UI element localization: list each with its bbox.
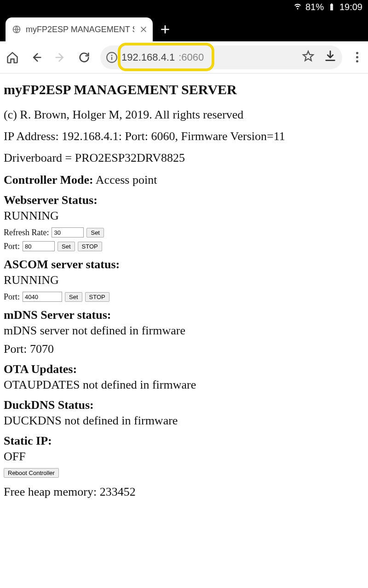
android-status-bar: 81% 19:09 (0, 0, 368, 14)
refresh-rate-set-button[interactable]: Set (86, 228, 104, 237)
svg-point-3 (111, 55, 113, 56)
clock-time: 19:09 (339, 2, 362, 12)
webserver-stop-button[interactable]: STOP (78, 242, 102, 251)
webserver-status-value: RUNNING (4, 209, 364, 223)
webserver-port-set-button[interactable]: Set (58, 242, 75, 251)
battery-icon (328, 3, 336, 11)
ascom-status-label: ASCOM server status: (4, 258, 120, 271)
home-button[interactable] (5, 50, 20, 65)
driverboard-line: Driverboard = PRO2ESP32DRV8825 (4, 149, 364, 167)
webserver-port-label: Port: (4, 242, 20, 251)
reload-button[interactable] (76, 50, 92, 65)
mdns-status-value: mDNS server not defined in firmware (4, 324, 364, 338)
bookmark-star-icon[interactable] (302, 50, 315, 65)
ascom-stop-button[interactable]: STOP (85, 292, 109, 302)
webserver-status-label: Webserver Status: (4, 193, 98, 207)
reboot-controller-button[interactable]: Reboot Controller (4, 468, 59, 478)
wifi-icon (293, 2, 302, 12)
svg-rect-0 (331, 6, 332, 10)
copyright-line: (c) R. Brown, Holger M, 2019. All rights… (4, 106, 364, 124)
address-port: :6060 (178, 51, 204, 63)
ascom-port-row: Port: Set STOP (4, 292, 364, 302)
new-tab-button[interactable] (153, 17, 178, 41)
ascom-status-value: RUNNING (4, 273, 364, 287)
browser-toolbar: 192.168.4.1:6060 (0, 41, 368, 74)
mdns-status-label: mDNS Server status: (4, 308, 111, 322)
staticip-label: Static IP: (4, 434, 52, 447)
browser-tabstrip: myFP2ESP MANAGEMENT S (0, 14, 368, 41)
network-info-line: IP Address: 192.168.4.1: Port: 6060, Fir… (4, 127, 364, 145)
ota-status-value: OTAUPDATES not defined in firmware (4, 378, 364, 392)
address-host: 192.168.4.1 (121, 51, 175, 63)
ascom-port-set-button[interactable]: Set (65, 292, 82, 302)
site-info-icon[interactable] (106, 51, 118, 63)
duckdns-status-value: DUCKDNS not defined in firmware (4, 414, 364, 428)
free-heap-memory: Free heap memory: 233452 (4, 485, 364, 499)
page-content: myFP2ESP MANAGEMENT SERVER (c) R. Brown,… (0, 74, 368, 522)
download-icon[interactable] (324, 50, 337, 65)
controller-mode-value: Access point (96, 173, 157, 187)
refresh-rate-input[interactable] (52, 227, 84, 237)
duckdns-label: DuckDNS Status: (4, 398, 94, 412)
controller-mode-label: Controller Mode: (4, 173, 93, 187)
globe-icon (12, 25, 21, 34)
refresh-rate-row: Refresh Rate: Set (4, 227, 364, 237)
refresh-rate-label: Refresh Rate: (4, 228, 49, 237)
page-title: myFP2ESP MANAGEMENT SERVER (4, 82, 364, 97)
mdns-port: Port: 7070 (4, 342, 364, 356)
ota-label: OTA Updates (4, 362, 77, 376)
browser-menu-button[interactable] (351, 51, 363, 64)
forward-button[interactable] (52, 50, 68, 65)
tab-title: myFP2ESP MANAGEMENT S (26, 25, 134, 34)
svg-rect-4 (111, 57, 112, 60)
browser-tab[interactable]: myFP2ESP MANAGEMENT S (6, 17, 153, 41)
close-icon[interactable] (139, 25, 148, 34)
back-button[interactable] (29, 50, 44, 65)
webserver-port-row: Port: Set STOP (4, 241, 364, 251)
address-bar[interactable]: 192.168.4.1:6060 (100, 45, 342, 69)
staticip-value: OFF (4, 450, 364, 464)
ascom-port-input[interactable] (23, 292, 62, 302)
webserver-port-input[interactable] (23, 241, 55, 251)
battery-percent: 81% (305, 2, 324, 12)
ascom-port-label: Port: (4, 292, 20, 302)
